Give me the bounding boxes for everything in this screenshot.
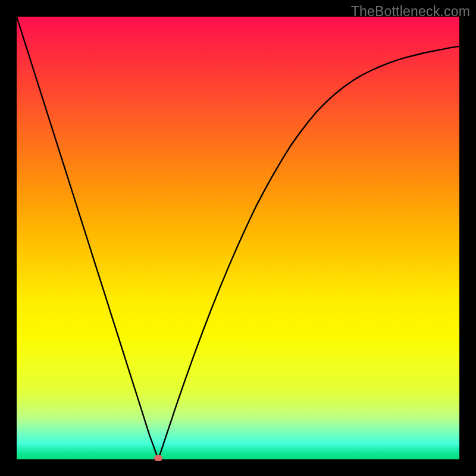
curve-path: [17, 17, 459, 459]
chart-plot-area: [17, 17, 459, 459]
watermark-text: TheBottleneck.com: [351, 4, 470, 20]
chart-curve: [17, 17, 459, 459]
minimum-marker: [154, 455, 162, 461]
